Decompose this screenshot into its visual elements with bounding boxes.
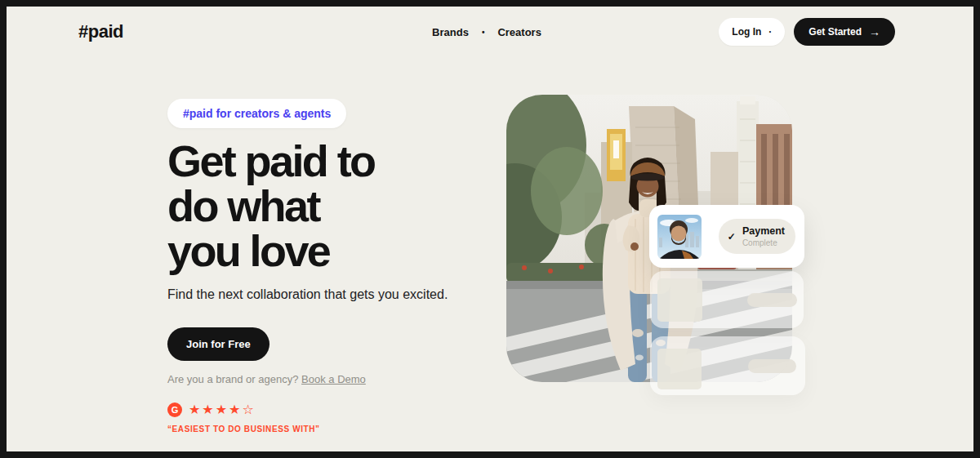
paid-logo[interactable]: #paid bbox=[78, 21, 123, 42]
hero-content: #paid for creators & agents Get paid to … bbox=[167, 99, 470, 434]
ghost-badge-placeholder bbox=[748, 359, 796, 373]
ghost-card-1 bbox=[650, 271, 804, 328]
nav-separator-dot: • bbox=[482, 28, 485, 37]
book-a-demo-link[interactable]: Book a Demo bbox=[301, 373, 366, 385]
payment-status-badge: ✓ Payment Complete bbox=[719, 219, 795, 254]
star-rating: ★★★★☆ bbox=[189, 403, 256, 416]
agency-question-text: Are you a brand or agency? bbox=[167, 373, 301, 385]
paid-landing-page: { "header": { "logo": "#paid", "nav": [ … bbox=[0, 0, 980, 458]
creator-avatar bbox=[657, 215, 702, 259]
nav-link-brands[interactable]: Brands bbox=[432, 26, 469, 38]
payment-card: ✓ Payment Complete bbox=[649, 205, 804, 268]
g2-rating-row: G ★★★★☆ bbox=[167, 402, 470, 417]
login-button[interactable]: Log In · bbox=[719, 18, 785, 46]
g2-logo-icon: G bbox=[167, 402, 182, 417]
agency-prompt: Are you a brand or agency? Book a Demo bbox=[167, 373, 470, 385]
hero-subheading: Find the next collaboration that gets yo… bbox=[167, 287, 470, 302]
ghost-avatar-placeholder bbox=[657, 278, 702, 322]
login-button-label: Log In bbox=[732, 26, 761, 38]
hero-badge: #paid for creators & agents bbox=[167, 99, 346, 128]
payment-status-text: Payment Complete bbox=[742, 225, 785, 247]
star-outline: ☆ bbox=[242, 402, 255, 416]
avatar-portrait-illustration bbox=[657, 215, 702, 259]
page-title: Get paid to do what you love bbox=[167, 139, 470, 273]
payment-status: Complete bbox=[742, 238, 785, 247]
g2-review-block: G ★★★★☆ “EASIEST TO DO BUSINESS WITH” bbox=[167, 402, 470, 434]
header-actions: Log In · Get Started → bbox=[719, 18, 895, 46]
get-started-button[interactable]: Get Started → bbox=[794, 18, 895, 46]
payment-title: Payment bbox=[742, 225, 785, 237]
checkmark-icon: ✓ bbox=[728, 231, 736, 242]
ghost-card-2 bbox=[650, 336, 805, 395]
g2-review-quote: “EASIEST TO DO BUSINESS WITH” bbox=[167, 425, 470, 434]
stars-filled: ★★★★ bbox=[189, 402, 242, 416]
nav-link-creators[interactable]: Creators bbox=[497, 26, 541, 38]
join-for-free-button[interactable]: Join for Free bbox=[167, 327, 270, 361]
header: #paid Brands • Creators Log In · Get Sta… bbox=[78, 16, 895, 47]
main-nav: Brands • Creators bbox=[432, 26, 541, 38]
headline-line-2: do what bbox=[167, 184, 470, 229]
ghost-avatar-placeholder bbox=[657, 349, 702, 389]
ghost-badge-placeholder bbox=[747, 293, 797, 307]
hero-media-composition: ✓ Payment Complete bbox=[506, 95, 810, 398]
headline-line-1: Get paid to bbox=[167, 139, 470, 184]
headline-line-3: you love bbox=[167, 229, 470, 273]
get-started-label: Get Started bbox=[808, 26, 862, 38]
